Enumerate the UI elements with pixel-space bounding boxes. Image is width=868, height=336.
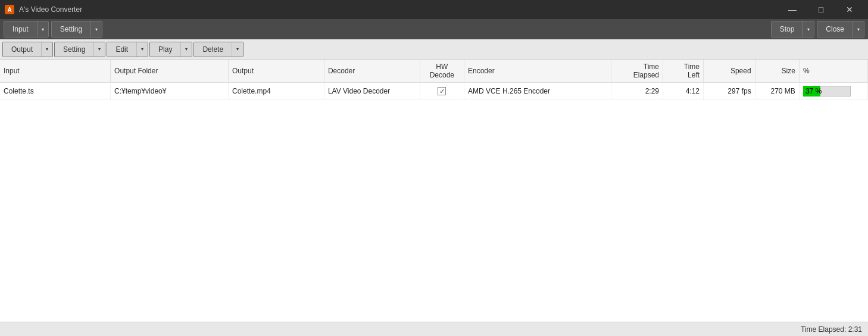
edit-dropdown-button[interactable]: ▾ [137, 42, 148, 57]
delete-dropdown-button[interactable]: ▾ [232, 42, 243, 57]
maximize-button[interactable]: □ [807, 0, 835, 19]
output-button[interactable]: Output [3, 42, 42, 57]
cell-percent: 37 % [799, 83, 867, 100]
cell-size: 270 MB [755, 83, 799, 100]
secondary-toolbar: Output ▾ Setting ▾ Edit ▾ Play ▾ Delete … [0, 39, 868, 60]
minimize-button[interactable]: — [779, 0, 806, 19]
output-split-button: Output ▾ [2, 42, 53, 57]
table-header: Input Output Folder Output Decoder HWDec… [0, 60, 868, 83]
main-content: Input Output Folder Output Decoder HWDec… [0, 60, 868, 322]
close-dropdown-button[interactable]: ▾ [853, 21, 864, 37]
col-header-hw-decode: HWDecode [420, 60, 464, 83]
statusbar: Time Elapsed: 2:31 [0, 322, 868, 336]
tb2-setting-dropdown-button[interactable]: ▾ [94, 42, 105, 57]
main-toolbar: Input ▾ Setting ▾ Stop ▾ Close ▾ [0, 19, 868, 39]
progress-bar-container: 37 % [803, 86, 851, 97]
table-row[interactable]: Colette.ts C:¥temp¥video¥ Colette.mp4 LA… [0, 83, 868, 100]
stop-split-button: Stop ▾ [771, 21, 815, 38]
input-button[interactable]: Input [4, 21, 38, 37]
cell-time-left: 4:12 [663, 83, 704, 100]
edit-split-button: Edit ▾ [107, 42, 148, 57]
window-controls: — □ ✕ [779, 0, 863, 19]
cell-encoder: AMD VCE H.265 Encoder [464, 83, 611, 100]
setting-split-button: Setting ▾ [51, 21, 102, 38]
col-header-input: Input [0, 60, 111, 83]
input-split-button: Input ▾ [4, 21, 49, 38]
cell-output: Colette.mp4 [229, 83, 324, 100]
cell-hw-decode: ✓ [420, 83, 464, 100]
col-header-percent: % [799, 60, 867, 83]
edit-button[interactable]: Edit [107, 42, 137, 57]
col-header-decoder: Decoder [324, 60, 420, 83]
col-header-output: Output [229, 60, 324, 83]
input-dropdown-button[interactable]: ▾ [38, 21, 48, 37]
titlebar: A A's Video Converter — □ ✕ [0, 0, 868, 19]
cell-speed: 297 fps [704, 83, 755, 100]
setting-button[interactable]: Setting [52, 21, 91, 37]
delete-split-button: Delete ▾ [193, 42, 243, 57]
app-icon: A [5, 5, 14, 14]
setting-dropdown-button[interactable]: ▾ [91, 21, 102, 37]
cell-decoder: LAV Video Decoder [324, 83, 420, 100]
col-header-output-folder: Output Folder [111, 60, 229, 83]
play-button[interactable]: Play [150, 42, 181, 57]
delete-button[interactable]: Delete [194, 42, 232, 57]
col-header-time-elapsed: TimeElapsed [611, 60, 663, 83]
output-dropdown-button[interactable]: ▾ [42, 42, 52, 57]
tb2-setting-split-button: Setting ▾ [54, 42, 105, 57]
file-table: Input Output Folder Output Decoder HWDec… [0, 60, 868, 100]
close-button[interactable]: Close [817, 21, 853, 37]
col-header-encoder: Encoder [464, 60, 611, 83]
hw-decode-checkbox: ✓ [438, 87, 446, 95]
status-time-elapsed: Time Elapsed: 2:31 [801, 325, 862, 334]
stop-dropdown-button[interactable]: ▾ [803, 21, 814, 37]
cell-output-folder: C:¥temp¥video¥ [111, 83, 229, 100]
close-split-button: Close ▾ [817, 21, 864, 38]
col-header-size: Size [755, 60, 799, 83]
cell-input: Colette.ts [0, 83, 111, 100]
col-header-speed: Speed [704, 60, 755, 83]
cell-time-elapsed: 2:29 [611, 83, 663, 100]
table-body: Colette.ts C:¥temp¥video¥ Colette.mp4 LA… [0, 83, 868, 100]
stop-button[interactable]: Stop [772, 21, 804, 37]
tb2-setting-button[interactable]: Setting [55, 42, 94, 57]
window-close-button[interactable]: ✕ [836, 0, 863, 19]
play-dropdown-button[interactable]: ▾ [181, 42, 192, 57]
progress-text: 37 % [803, 87, 822, 95]
play-split-button: Play ▾ [149, 42, 192, 57]
col-header-time-left: TimeLeft [663, 60, 704, 83]
app-title: A's Video Converter [19, 5, 779, 14]
